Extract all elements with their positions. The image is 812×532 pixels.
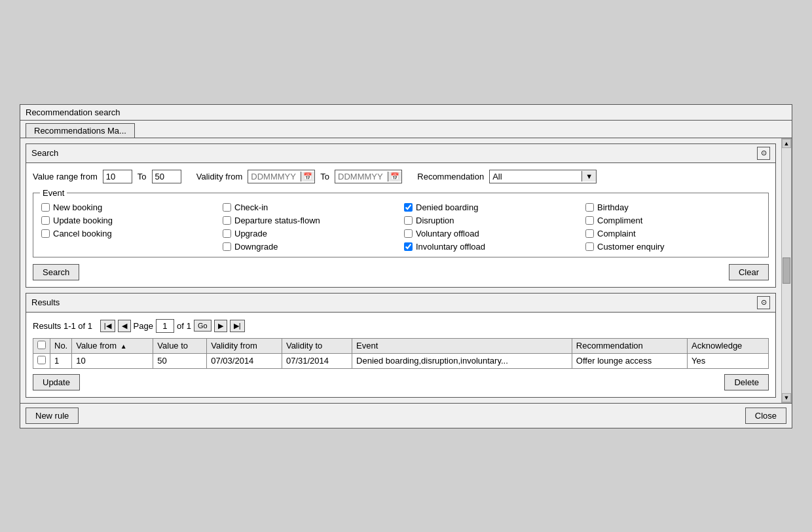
- value-range-label: Value range from: [33, 172, 98, 181]
- denied-boarding-checkbox[interactable]: [404, 203, 413, 212]
- customer-enquiry-checkbox[interactable]: [585, 242, 594, 251]
- row-checkbox[interactable]: [37, 356, 46, 364]
- event-denied-boarding: Denied boarding: [404, 202, 579, 212]
- departure-status-label: Departure status-flown: [234, 216, 320, 225]
- disruption-label: Disruption: [416, 216, 454, 225]
- search-section-title: Search: [31, 148, 58, 158]
- close-button[interactable]: Close: [745, 408, 786, 424]
- results-collapse-button[interactable]: ⊙: [757, 296, 770, 309]
- recommendation-dropdown[interactable]: All ▼: [489, 170, 597, 183]
- upgrade-checkbox[interactable]: [223, 229, 231, 238]
- header-validity-to: Validity to: [282, 338, 352, 353]
- compliment-label: Compliment: [597, 216, 642, 225]
- event-compliment: Compliment: [585, 216, 760, 225]
- results-section-title: Results: [31, 297, 60, 307]
- row-value-to: 50: [153, 353, 207, 368]
- results-nav: Results 1-1 of 1 |◀ ◀ Page of 1 Go ▶ ▶|: [33, 319, 769, 333]
- next-page-button[interactable]: ▶: [214, 320, 227, 332]
- event-update-booking: Update booking: [41, 216, 216, 225]
- birthday-checkbox[interactable]: [585, 203, 594, 212]
- event-complaint: Complaint: [585, 229, 760, 238]
- upgrade-label: Upgrade: [234, 229, 267, 238]
- scroll-area: Search ⊙ Value range from To Validity fr…: [20, 138, 792, 403]
- departure-status-checkbox[interactable]: [223, 216, 231, 225]
- results-panel: Results ⊙ Results 1-1 of 1 |◀ ◀ Page of …: [26, 293, 776, 398]
- main-content: Search ⊙ Value range from To Validity fr…: [20, 138, 781, 403]
- sort-arrow-icon: ▲: [120, 343, 127, 350]
- row-event: Denied boarding,disruption,involuntary..…: [352, 353, 572, 368]
- compliment-checkbox[interactable]: [585, 216, 594, 225]
- row-checkbox-cell: [33, 353, 50, 368]
- validity-to-input[interactable]: [335, 170, 388, 183]
- denied-boarding-label: Denied boarding: [416, 202, 478, 212]
- go-button[interactable]: Go: [194, 320, 212, 332]
- page-input[interactable]: [156, 319, 174, 333]
- search-collapse-button[interactable]: ⊙: [757, 147, 770, 160]
- voluntary-offload-checkbox[interactable]: [404, 229, 413, 238]
- event-departure-status: Departure status-flown: [223, 216, 397, 225]
- row-no: 1: [50, 353, 72, 368]
- search-filter-row: Value range from To Validity from 📅 To: [33, 170, 769, 183]
- validity-from-calendar-icon[interactable]: 📅: [301, 172, 314, 181]
- event-downgrade: Downgrade: [223, 242, 397, 252]
- delete-button[interactable]: Delete: [724, 374, 769, 390]
- voluntary-offload-label: Voluntary offload: [416, 229, 479, 238]
- search-section-header: Search ⊙: [26, 144, 775, 163]
- first-page-button[interactable]: |◀: [100, 320, 115, 332]
- involuntary-offload-checkbox[interactable]: [404, 242, 413, 251]
- search-button[interactable]: Search: [33, 264, 79, 280]
- new-booking-checkbox[interactable]: [41, 203, 50, 212]
- header-value-from[interactable]: Value from ▲: [72, 338, 153, 353]
- clear-button[interactable]: Clear: [729, 264, 769, 280]
- value-to-input[interactable]: [152, 170, 181, 183]
- search-panel: Search ⊙ Value range from To Validity fr…: [26, 143, 776, 288]
- scroll-thumb[interactable]: [783, 257, 790, 284]
- event-group: Event New booking Check-in: [33, 193, 769, 257]
- prev-page-button[interactable]: ◀: [118, 320, 131, 332]
- header-event: Event: [352, 338, 572, 353]
- header-acknowledge: Acknowledge: [688, 338, 769, 353]
- page-label: Page: [134, 321, 153, 331]
- disruption-checkbox[interactable]: [404, 216, 413, 225]
- search-actions: Search Clear: [33, 264, 769, 280]
- table-header-row: No. Value from ▲ Value to: [33, 338, 769, 353]
- validity-to-calendar-icon[interactable]: 📅: [388, 172, 401, 181]
- row-recommendation: Offer lounge access: [572, 353, 687, 368]
- event-involuntary-offload: Involuntary offload: [404, 242, 579, 252]
- row-value-from: 10: [72, 353, 153, 368]
- involuntary-offload-label: Involuntary offload: [416, 242, 485, 252]
- results-section-body: Results 1-1 of 1 |◀ ◀ Page of 1 Go ▶ ▶|: [26, 313, 775, 397]
- results-actions: Update Delete: [33, 374, 769, 390]
- new-rule-button[interactable]: New rule: [26, 408, 79, 424]
- event-customer-enquiry: Customer enquiry: [585, 242, 760, 252]
- update-booking-label: Update booking: [53, 216, 113, 225]
- complaint-label: Complaint: [597, 229, 636, 238]
- window-title-bar: Recommendation search: [20, 105, 792, 121]
- event-disruption: Disruption: [404, 216, 579, 225]
- header-value-to: Value to: [153, 338, 207, 353]
- value-from-input[interactable]: [103, 170, 132, 183]
- window-title: Recommendation search: [26, 107, 120, 117]
- page-total: 1: [187, 321, 191, 331]
- validity-from-input[interactable]: [248, 170, 301, 183]
- complaint-checkbox[interactable]: [585, 229, 594, 238]
- row-validity-to: 07/31/2014: [282, 353, 352, 368]
- update-button[interactable]: Update: [33, 374, 80, 390]
- recommendation-dropdown-arrow[interactable]: ▼: [581, 171, 596, 181]
- downgrade-label: Downgrade: [234, 242, 278, 252]
- results-summary: Results 1-1 of 1: [33, 321, 92, 331]
- bottom-bar: New rule Close: [20, 403, 792, 428]
- update-booking-checkbox[interactable]: [41, 216, 50, 225]
- scroll-up-arrow[interactable]: ▲: [782, 139, 791, 148]
- recommendations-tab[interactable]: Recommendations Ma...: [26, 123, 135, 138]
- validity-to-wrapper: 📅: [335, 170, 402, 183]
- scroll-down-arrow[interactable]: ▼: [782, 393, 791, 402]
- last-page-button[interactable]: ▶|: [230, 320, 245, 332]
- select-all-checkbox[interactable]: [37, 341, 46, 349]
- check-in-checkbox[interactable]: [223, 203, 231, 212]
- of-label: of: [177, 321, 184, 331]
- cancel-booking-checkbox[interactable]: [41, 229, 50, 238]
- downgrade-checkbox[interactable]: [223, 242, 231, 251]
- vertical-scrollbar[interactable]: ▲ ▼: [781, 138, 792, 403]
- results-table: No. Value from ▲ Value to: [33, 338, 769, 369]
